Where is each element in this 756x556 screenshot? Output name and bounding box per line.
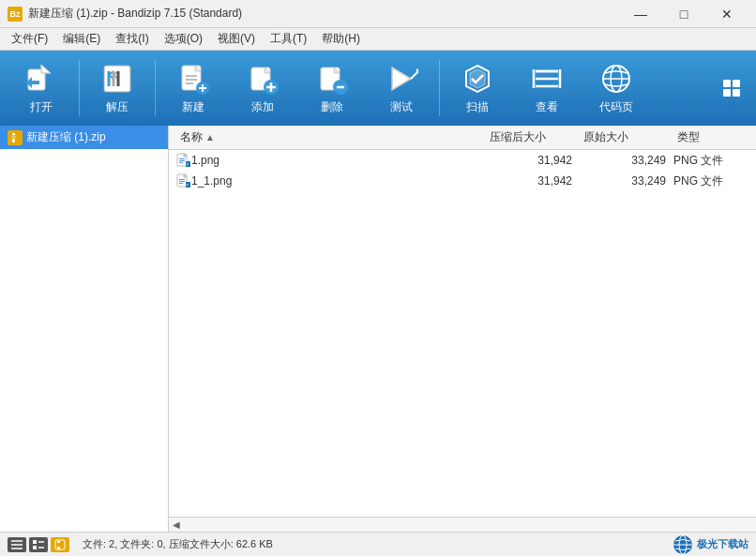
menu-item-H[interactable]: 帮助(H) bbox=[314, 28, 368, 50]
delete-button[interactable]: 删除 bbox=[298, 55, 366, 121]
svg-rect-52 bbox=[179, 158, 185, 159]
add-button[interactable]: 添加 bbox=[229, 55, 296, 121]
add-label: 添加 bbox=[251, 99, 274, 115]
zip-icon bbox=[8, 130, 23, 145]
column-headers: 名称 ▲ 压缩后大小 原始大小 类型 bbox=[169, 126, 756, 150]
col-header-name[interactable]: 名称 ▲ bbox=[176, 129, 486, 145]
extract-label: 解压 bbox=[106, 99, 129, 115]
new-label: 新建 bbox=[182, 99, 204, 115]
toolbar-right bbox=[715, 71, 748, 105]
file-compressed-size: 31,942 bbox=[486, 154, 580, 167]
svg-rect-45 bbox=[733, 89, 740, 97]
open-icon bbox=[24, 62, 58, 96]
view-icon bbox=[530, 62, 564, 96]
svg-rect-60 bbox=[179, 181, 185, 182]
grid-view-button[interactable] bbox=[715, 71, 748, 105]
extract-icon bbox=[100, 62, 134, 96]
svg-marker-1 bbox=[41, 65, 51, 73]
status-bar: 文件: 2, 文件夹: 0, 压缩文件大小: 62.6 KB 极光下载站 bbox=[0, 532, 756, 556]
delete-icon bbox=[315, 62, 349, 96]
horizontal-scrollbar[interactable]: ◀ bbox=[169, 517, 756, 532]
menu-item-F[interactable]: 文件(F) bbox=[4, 28, 55, 50]
file-name: 1.png bbox=[191, 154, 486, 167]
svg-text:P: P bbox=[187, 162, 189, 167]
test-button[interactable]: 测试 bbox=[368, 55, 435, 121]
main-content: 新建压缩 (1).zip 名称 ▲ 压缩后大小 原始大小 类型 bbox=[0, 126, 756, 532]
file-type: PNG 文件 bbox=[673, 173, 748, 189]
svg-rect-44 bbox=[723, 89, 731, 97]
sort-arrow-icon: ▲ bbox=[205, 132, 215, 143]
table-row[interactable]: P 1_1.png31,94233,249PNG 文件 bbox=[169, 171, 756, 191]
test-label: 测试 bbox=[390, 99, 413, 115]
scan-button[interactable]: 扫描 bbox=[444, 55, 511, 121]
maximize-button[interactable]: □ bbox=[662, 0, 705, 28]
left-panel: 新建压缩 (1).zip bbox=[0, 126, 169, 532]
new-button[interactable]: 新建 bbox=[159, 55, 227, 121]
file-compressed-size: 31,942 bbox=[486, 174, 580, 188]
zip-status-icon[interactable] bbox=[51, 537, 69, 552]
separator-1 bbox=[79, 60, 80, 116]
table-row[interactable]: P 1.png31,94233,249PNG 文件 bbox=[169, 150, 756, 171]
test-icon bbox=[385, 62, 418, 96]
file-list: P 1.png31,94233,249PNG 文件 P 1_1.png31,94… bbox=[169, 150, 756, 517]
status-text: 文件: 2, 文件夹: 0, 压缩文件大小: 62.6 KB bbox=[83, 537, 664, 551]
menu-item-O[interactable]: 选项(O) bbox=[157, 28, 210, 50]
right-panel: 名称 ▲ 压缩后大小 原始大小 类型 P 1.png31,94233,249P bbox=[169, 126, 756, 532]
open-label: 打开 bbox=[30, 99, 53, 115]
add-icon bbox=[246, 62, 280, 96]
minimize-button[interactable]: — bbox=[619, 0, 662, 28]
svg-text:P: P bbox=[187, 183, 189, 188]
svg-rect-53 bbox=[179, 160, 185, 161]
svg-rect-69 bbox=[33, 546, 37, 549]
menu-bar: 文件(F)编辑(E)查找(I)选项(O)视图(V)工具(T)帮助(H) bbox=[0, 28, 756, 51]
file-name: 1_1.png bbox=[191, 174, 486, 188]
detail-view-icon[interactable] bbox=[29, 537, 48, 552]
separator-2 bbox=[155, 60, 156, 116]
svg-rect-67 bbox=[33, 540, 37, 544]
scan-icon bbox=[461, 62, 494, 96]
col-header-original[interactable]: 原始大小 bbox=[580, 129, 673, 145]
open-button[interactable]: 打开 bbox=[8, 55, 75, 121]
svg-line-31 bbox=[411, 71, 418, 79]
svg-rect-42 bbox=[723, 80, 731, 87]
separator-3 bbox=[439, 60, 440, 116]
codepage-button[interactable]: 代码页 bbox=[582, 55, 650, 121]
svg-rect-54 bbox=[179, 162, 183, 163]
col-header-type[interactable]: 类型 bbox=[673, 129, 748, 145]
list-view-icon[interactable] bbox=[8, 537, 26, 552]
svg-rect-72 bbox=[57, 541, 60, 543]
menu-item-V[interactable]: 视图(V) bbox=[210, 28, 263, 50]
svg-rect-61 bbox=[179, 183, 183, 184]
extract-button[interactable]: 解压 bbox=[83, 55, 151, 121]
tree-item-label: 新建压缩 (1).zip bbox=[26, 129, 106, 145]
file-icon: P bbox=[176, 153, 191, 168]
codepage-icon bbox=[599, 62, 633, 96]
file-original-size: 33,249 bbox=[580, 174, 673, 188]
file-icon: P bbox=[176, 173, 191, 188]
svg-marker-30 bbox=[392, 68, 411, 90]
menu-item-I[interactable]: 查找(I) bbox=[108, 28, 156, 50]
view-button[interactable]: 查看 bbox=[513, 55, 581, 121]
title-bar: Bz 新建压缩 (1).zip - Bandizip 7.15 (Standar… bbox=[0, 0, 756, 28]
file-type: PNG 文件 bbox=[673, 153, 748, 169]
delete-label: 删除 bbox=[321, 99, 343, 115]
app-icon: Bz bbox=[8, 7, 23, 22]
menu-item-T[interactable]: 工具(T) bbox=[263, 28, 314, 50]
window-controls: — □ ✕ bbox=[619, 0, 748, 28]
close-button[interactable]: ✕ bbox=[705, 0, 748, 28]
menu-item-E[interactable]: 编辑(E) bbox=[55, 28, 108, 50]
scroll-left-icon[interactable]: ◀ bbox=[173, 519, 180, 530]
svg-rect-49 bbox=[12, 139, 15, 143]
view-label: 查看 bbox=[536, 99, 558, 115]
toolbar: 打开 解压 bbox=[0, 51, 756, 126]
svg-rect-47 bbox=[12, 133, 15, 135]
window-title: 新建压缩 (1).zip - Bandizip 7.15 (Standard) bbox=[28, 6, 619, 22]
svg-rect-48 bbox=[12, 136, 15, 138]
svg-rect-59 bbox=[179, 179, 185, 180]
tree-item[interactable]: 新建压缩 (1).zip bbox=[0, 126, 168, 149]
svg-rect-43 bbox=[733, 80, 740, 87]
watermark: 极光下载站 bbox=[672, 533, 748, 556]
col-header-compressed[interactable]: 压缩后大小 bbox=[486, 129, 580, 145]
status-icons bbox=[8, 537, 69, 552]
scan-label: 扫描 bbox=[466, 99, 489, 115]
